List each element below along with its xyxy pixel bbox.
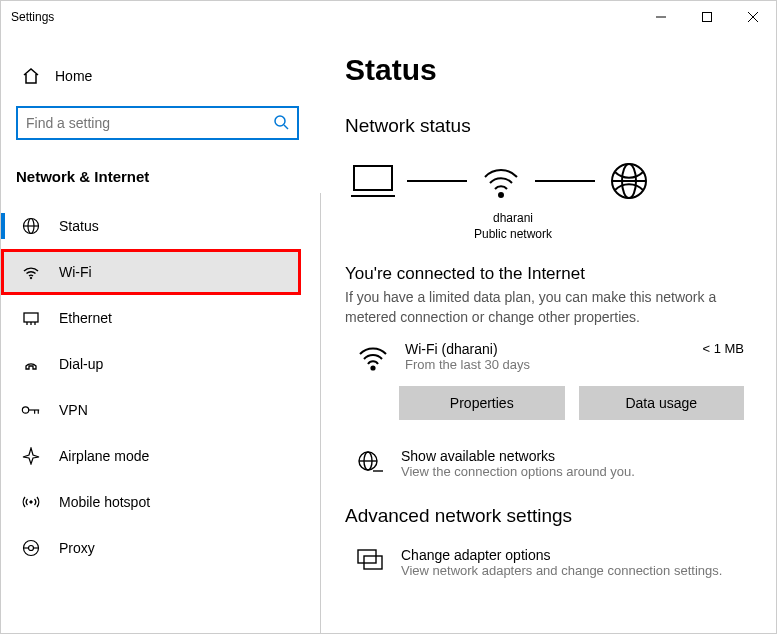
svg-rect-1: [703, 13, 712, 22]
change-adapter-options[interactable]: Change adapter options View network adap…: [357, 547, 744, 578]
svg-line-5: [284, 125, 288, 129]
svg-point-29: [371, 367, 374, 370]
sidebar-item-label: Proxy: [59, 540, 95, 556]
data-usage-button[interactable]: Data usage: [579, 386, 745, 420]
wifi-router-icon: [477, 157, 525, 205]
minimize-button[interactable]: [638, 1, 684, 33]
search-input[interactable]: [16, 106, 299, 140]
search-icon: [273, 114, 289, 133]
option-title: Change adapter options: [401, 547, 722, 563]
computer-icon: [349, 157, 397, 205]
advanced-settings-heading: Advanced network settings: [345, 505, 744, 527]
connected-description: If you have a limited data plan, you can…: [345, 288, 744, 327]
home-link[interactable]: Home: [16, 58, 321, 94]
network-diagram: [345, 157, 744, 205]
sidebar-item-proxy[interactable]: Proxy: [1, 525, 301, 571]
vpn-icon: [21, 400, 41, 420]
network-status-heading: Network status: [345, 115, 744, 137]
sidebar-item-dialup[interactable]: Dial-up: [1, 341, 301, 387]
hotspot-icon: [21, 492, 41, 512]
connected-heading: You're connected to the Internet: [345, 264, 744, 284]
airplane-icon: [21, 446, 41, 466]
show-available-networks[interactable]: Show available networks View the connect…: [357, 448, 744, 479]
dialup-icon: [21, 354, 41, 374]
sidebar-item-status[interactable]: Status: [1, 203, 301, 249]
sidebar-item-label: Dial-up: [59, 356, 103, 372]
option-title: Show available networks: [401, 448, 635, 464]
category-header: Network & Internet: [16, 168, 321, 185]
home-label: Home: [55, 68, 92, 84]
sidebar-item-label: Airplane mode: [59, 448, 149, 464]
svg-point-4: [275, 116, 285, 126]
wifi-icon: [357, 343, 389, 371]
sidebar-item-vpn[interactable]: VPN: [1, 387, 301, 433]
close-button[interactable]: [730, 1, 776, 33]
wifi-connection-row: Wi-Fi (dharani) From the last 30 days < …: [357, 341, 744, 372]
sidebar-item-label: VPN: [59, 402, 88, 418]
proxy-icon: [21, 538, 41, 558]
svg-point-20: [29, 546, 34, 551]
wifi-icon: [21, 262, 41, 282]
ethernet-icon: [21, 308, 41, 328]
router-label: dharani: [463, 211, 563, 227]
svg-rect-10: [24, 313, 38, 322]
svg-point-9: [30, 277, 32, 279]
sidebar-item-label: Status: [59, 218, 99, 234]
network-type-label: Public network: [463, 227, 563, 243]
maximize-button[interactable]: [684, 1, 730, 33]
window-title: Settings: [11, 10, 54, 24]
globe-icon: [21, 216, 41, 236]
sidebar-item-wifi[interactable]: Wi-Fi: [1, 249, 301, 295]
sidebar-item-ethernet[interactable]: Ethernet: [1, 295, 301, 341]
option-description: View network adapters and change connect…: [401, 563, 722, 578]
wifi-meta: From the last 30 days: [405, 357, 686, 372]
adapter-icon: [357, 549, 385, 573]
sidebar-item-airplane[interactable]: Airplane mode: [1, 433, 301, 479]
wifi-usage: < 1 MB: [702, 341, 744, 356]
wifi-name: Wi-Fi (dharani): [405, 341, 686, 357]
option-description: View the connection options around you.: [401, 464, 635, 479]
page-title: Status: [345, 53, 744, 87]
sidebar-item-label: Wi-Fi: [59, 264, 92, 280]
svg-rect-23: [354, 166, 392, 190]
globe-icon: [357, 450, 385, 474]
sidebar-item-label: Ethernet: [59, 310, 112, 326]
svg-point-25: [499, 193, 503, 197]
svg-point-14: [22, 407, 28, 413]
properties-button[interactable]: Properties: [399, 386, 565, 420]
internet-globe-icon: [605, 157, 653, 205]
search-field[interactable]: [26, 115, 273, 131]
home-icon: [21, 66, 41, 86]
sidebar-item-hotspot[interactable]: Mobile hotspot: [1, 479, 301, 525]
svg-point-18: [30, 501, 32, 503]
sidebar-item-label: Mobile hotspot: [59, 494, 150, 510]
